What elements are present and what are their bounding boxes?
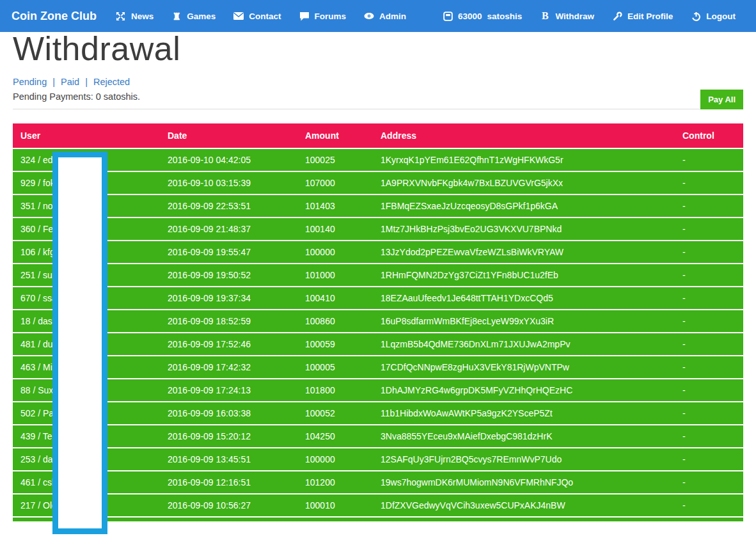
table-row: 360 / Fel 2016-09-09 21:48:37 100140 1Mt…: [13, 217, 743, 240]
table-row: 251 / sux 2016-09-09 19:50:52 101000 1RH…: [13, 263, 743, 286]
row-address-cell: 19ws7hogwmDK6rMUMiomN9N6VFMRhNFJQo: [373, 477, 675, 487]
filter-link-paid[interactable]: Paid: [61, 77, 79, 87]
nav-item-label: Logout: [706, 12, 736, 21]
row-control-cell: -: [675, 408, 742, 418]
row-date-cell: 2016-09-09 16:03:38: [160, 408, 297, 418]
row-date-cell: 2016-09-10 04:42:05: [160, 155, 297, 165]
nav-item-edit-profile[interactable]: Edit Profile: [603, 11, 682, 21]
divider-rule: Pay All: [13, 102, 743, 109]
column-header-date: Date: [160, 131, 297, 141]
nav-item-admin[interactable]: Admin: [355, 11, 415, 21]
row-control-cell: -: [675, 316, 742, 326]
row-control-cell: -: [675, 270, 742, 280]
table-body: 324 / ed 2016-09-10 04:42:05 100025 1Kyr…: [13, 148, 743, 516]
row-amount-cell: 100410: [297, 293, 373, 303]
row-address-cell: 1Mtz7JHkBHzPsj3bvEo2UG3VKXVU7BPNkd: [373, 224, 675, 234]
column-header-address: Address: [373, 131, 675, 141]
page-title: Withdrawal: [13, 32, 743, 66]
bitcoin-icon: B: [540, 11, 550, 21]
row-date-cell: 2016-09-09 18:52:59: [160, 316, 297, 326]
expand-arrows-icon: [116, 11, 126, 21]
top-navbar: Coin Zone Club News ♜ Games C: [0, 0, 756, 32]
row-date-cell: 2016-09-10 03:15:39: [160, 178, 297, 188]
table-row: 461 / csk 2016-09-09 12:16:51 101200 19w…: [13, 470, 743, 493]
eye-icon: [364, 11, 374, 21]
row-amount-cell: 100010: [297, 500, 373, 510]
table-row: 502 / Pa 2016-09-09 16:03:38 100052 11b1…: [13, 401, 743, 424]
pending-summary: Pending Payments: 0 satoshis.: [13, 91, 743, 102]
column-header-user: User: [13, 131, 160, 141]
filter-separator: |: [85, 77, 88, 87]
row-amount-cell: 100860: [297, 316, 373, 326]
nav-item-forums[interactable]: Forums: [290, 11, 356, 21]
table-row: 929 / fok 2016-09-10 03:15:39 107000 1A9…: [13, 171, 743, 194]
withdrawals-table: User Date Amount Address Control 324 / e…: [13, 123, 743, 521]
filter-link-pending[interactable]: Pending: [13, 77, 47, 87]
row-address-cell: 1A9PRXVNvbFKgbk4w7BxLBZUVGVrG5jkXx: [373, 178, 675, 188]
row-amount-cell: 104250: [297, 431, 373, 441]
nav-item-news[interactable]: News: [107, 11, 162, 21]
table-row: 481 / du 2016-09-09 17:52:46 100059 1Lqz…: [13, 332, 743, 355]
table-row: 18 / das 2016-09-09 18:52:59 100860 16uP…: [13, 309, 743, 332]
row-address-cell: 1LqzmB5b4QdME736DnXLm71JXUJwA2mpPv: [373, 339, 675, 349]
table-row-partial: [13, 516, 743, 521]
row-date-cell: 2016-09-09 10:56:27: [160, 500, 297, 510]
table-row: 463 / Mil 2016-09-09 17:42:32 100005 17C…: [13, 355, 743, 378]
row-address-cell: 13JzYdod2pPEZEwvaVfzeWZLsBiWkVRYAW: [373, 247, 675, 257]
nav-item-label: News: [131, 12, 154, 21]
row-control-cell: -: [675, 247, 742, 257]
nav-item-label: Games: [187, 12, 216, 21]
pay-all-button[interactable]: Pay All: [700, 90, 743, 109]
filter-link-rejected[interactable]: Rejected: [93, 77, 130, 87]
row-date-cell: 2016-09-09 21:48:37: [160, 224, 297, 234]
envelope-icon: [233, 11, 244, 21]
balance-unit: satoshis: [487, 12, 523, 21]
row-amount-cell: 100140: [297, 224, 373, 234]
nav-item-withdraw[interactable]: B Withdraw: [531, 11, 603, 21]
navbar-right: 63000 satoshis B Withdraw Edit Profile: [434, 11, 744, 21]
row-control-cell: -: [675, 155, 742, 165]
row-date-cell: 2016-09-09 17:42:32: [160, 362, 297, 372]
row-amount-cell: 100000: [297, 454, 373, 464]
nav-item-games[interactable]: ♜ Games: [162, 11, 224, 21]
row-control-cell: -: [675, 431, 742, 441]
navbar-left: Coin Zone Club News ♜ Games C: [12, 10, 415, 23]
comment-icon: [299, 11, 310, 21]
chess-rook-icon: ♜: [171, 11, 182, 21]
row-amount-cell: 100052: [297, 408, 373, 418]
status-filters: Pending | Paid | Rejected: [13, 77, 743, 87]
balance-indicator[interactable]: 63000 satoshis: [434, 11, 531, 21]
row-address-cell: 1KyrxqK1pYEm61E62QfhnT1zWgHFKWkG5r: [373, 155, 675, 165]
row-address-cell: 18EZAauUfeedv1Je648ttTTAH1YDxcCQd5: [373, 293, 675, 303]
row-date-cell: 2016-09-09 19:50:52: [160, 270, 297, 280]
table-row: 106 / kfg 2016-09-09 19:55:47 100000 13J…: [13, 240, 743, 263]
row-address-cell: 1DhAJMYzRG4w6grpDK5MFyVZHhQrHQEzHC: [373, 385, 675, 395]
row-amount-cell: 100005: [297, 362, 373, 372]
row-date-cell: 2016-09-09 12:16:51: [160, 477, 297, 487]
nav-item-label: Contact: [249, 12, 281, 21]
filter-separator: |: [52, 77, 55, 87]
row-address-cell: 1FBMqEZSxaeJzUzcqeosyD8sGPkf1p6kGA: [373, 201, 675, 211]
table-row: 670 / ssa 2016-09-09 19:37:34 100410 18E…: [13, 286, 743, 309]
wallet-icon: [443, 11, 453, 21]
table-header-row: User Date Amount Address Control: [13, 123, 743, 148]
row-amount-cell: 101200: [297, 477, 373, 487]
table-row: 253 / da 2016-09-09 13:45:51 100000 12SA…: [13, 447, 743, 470]
row-control-cell: -: [675, 385, 742, 395]
brand-logo[interactable]: Coin Zone Club: [12, 10, 97, 23]
row-amount-cell: 101403: [297, 201, 373, 211]
nav-item-label: Admin: [379, 12, 406, 21]
nav-item-logout[interactable]: Logout: [682, 11, 744, 21]
table-row: 439 / Te 2016-09-09 15:20:12 104250 3Nva…: [13, 424, 743, 447]
nav-item-contact[interactable]: Contact: [224, 11, 290, 21]
row-address-cell: 3Nva8855YEceu9xMAiefDxebgC981dzHrK: [373, 431, 675, 441]
row-amount-cell: 101800: [297, 385, 373, 395]
row-date-cell: 2016-09-09 13:45:51: [160, 454, 297, 464]
row-date-cell: 2016-09-09 19:37:34: [160, 293, 297, 303]
row-control-cell: -: [675, 454, 742, 464]
row-address-cell: 1RHmFQMN2DzYg37CiZt1YFn8bUC1u2fEb: [373, 270, 675, 280]
row-date-cell: 2016-09-09 22:53:51: [160, 201, 297, 211]
column-header-amount: Amount: [297, 131, 373, 141]
row-address-cell: 1DfZXVGedwyVqVCih3uxew5CUPxAKJ4nBW: [373, 500, 675, 510]
row-address-cell: 11b1HibdxWoAwAWtKP5a9gzK2YSceP5Zt: [373, 408, 675, 418]
